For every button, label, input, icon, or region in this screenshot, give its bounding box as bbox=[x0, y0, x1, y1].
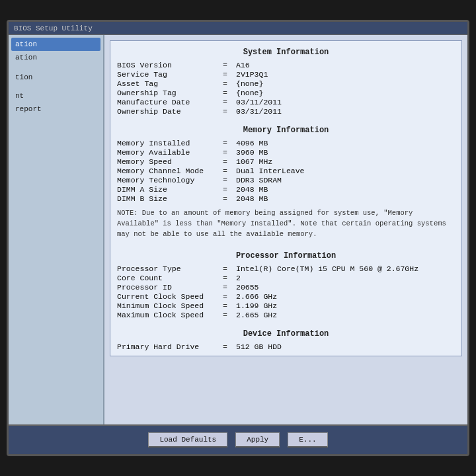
table-row: DIMM A Size= 2048 MB bbox=[117, 185, 455, 194]
bottom-bar: Load Defaults Apply E... bbox=[9, 424, 467, 454]
info-label: Asset Tag bbox=[117, 79, 223, 88]
content-area: System Information BIOS Version= A16Serv… bbox=[104, 35, 467, 424]
memory-info-header: Memory Information bbox=[117, 126, 455, 135]
sidebar-item-information1[interactable]: ation bbox=[11, 38, 100, 51]
info-value: 1.199 GHz bbox=[236, 301, 455, 310]
info-equals: = bbox=[223, 148, 236, 157]
info-label: Core Count bbox=[117, 274, 223, 282]
info-label: Minimum Clock Speed bbox=[117, 301, 223, 310]
info-equals: = bbox=[223, 70, 236, 79]
table-row: Maximum Clock Speed= 2.665 GHz bbox=[117, 311, 455, 319]
info-value: Intel(R) Core(TM) i5 CPU M 560 @ 2.67GHz bbox=[236, 264, 455, 273]
info-label: Memory Technology bbox=[117, 176, 223, 184]
table-row: Memory Available= 3960 MB bbox=[117, 148, 455, 157]
info-value: 20655 bbox=[236, 283, 455, 292]
exit-button[interactable]: E... bbox=[288, 432, 327, 448]
info-value: 2 bbox=[236, 274, 455, 282]
info-equals: = bbox=[223, 89, 236, 97]
info-value: Dual InterLeave bbox=[236, 167, 455, 175]
info-label: Processor ID bbox=[117, 283, 223, 292]
table-row: DIMM B Size= 2048 MB bbox=[117, 194, 455, 203]
device-info-header: Device Information bbox=[117, 329, 455, 338]
info-value: {none} bbox=[236, 79, 455, 88]
table-row: Memory Technology= DDR3 SDRAM bbox=[117, 176, 455, 184]
info-value: 4096 MB bbox=[236, 139, 455, 147]
device-info-fields: Primary Hard Drive= 512 GB HDD bbox=[117, 342, 455, 351]
info-value: 1067 MHz bbox=[236, 157, 455, 166]
table-row: Memory Speed= 1067 MHz bbox=[117, 157, 455, 166]
info-equals: = bbox=[223, 61, 236, 69]
info-label: Service Tag bbox=[117, 70, 223, 79]
info-equals: = bbox=[223, 176, 236, 184]
title-bar: BIOS Setup Utility bbox=[9, 22, 467, 35]
info-equals: = bbox=[223, 301, 236, 310]
info-equals: = bbox=[223, 342, 236, 351]
info-value: 2V1P3Q1 bbox=[236, 70, 455, 79]
sidebar-section: nt report bbox=[11, 89, 100, 116]
info-value: 2048 MB bbox=[236, 194, 455, 203]
info-equals: = bbox=[223, 79, 236, 88]
memory-note: NOTE: Due to an amount of memory being a… bbox=[117, 208, 455, 239]
table-row: Ownership Date= 03/31/2011 bbox=[117, 107, 455, 116]
info-label: DIMM A Size bbox=[117, 185, 223, 194]
info-equals: = bbox=[223, 292, 236, 301]
table-row: BIOS Version= A16 bbox=[117, 61, 455, 69]
info-equals: = bbox=[223, 194, 236, 203]
load-defaults-button[interactable]: Load Defaults bbox=[148, 432, 227, 448]
apply-button[interactable]: Apply bbox=[235, 432, 280, 448]
table-row: Memory Channel Mode= Dual InterLeave bbox=[117, 167, 455, 175]
bios-screen: BIOS Setup Utility ation ation tion nt r… bbox=[7, 20, 469, 456]
table-row: Processor ID= 20655 bbox=[117, 283, 455, 292]
info-label: Current Clock Speed bbox=[117, 292, 223, 301]
info-value: {none} bbox=[236, 89, 455, 97]
info-value: DDR3 SDRAM bbox=[236, 176, 455, 184]
sidebar-item-nt[interactable]: nt bbox=[11, 89, 100, 102]
table-row: Core Count= 2 bbox=[117, 274, 455, 282]
info-label: Maximum Clock Speed bbox=[117, 311, 223, 319]
title-bar-text: BIOS Setup Utility bbox=[14, 24, 93, 32]
info-equals: = bbox=[223, 264, 236, 273]
processor-info-fields: Processor Type= Intel(R) Core(TM) i5 CPU… bbox=[117, 264, 455, 319]
system-info-panel: System Information BIOS Version= A16Serv… bbox=[110, 40, 462, 356]
info-equals: = bbox=[223, 283, 236, 292]
info-value: 2.665 GHz bbox=[236, 311, 455, 319]
main-area: ation ation tion nt report System Inform… bbox=[9, 35, 467, 424]
sidebar: ation ation tion nt report bbox=[9, 35, 104, 424]
info-equals: = bbox=[223, 107, 236, 116]
table-row: Ownership Tag= {none} bbox=[117, 89, 455, 97]
table-row: Service Tag= 2V1P3Q1 bbox=[117, 70, 455, 79]
info-label: DIMM B Size bbox=[117, 194, 223, 203]
info-equals: = bbox=[223, 139, 236, 147]
sidebar-item-information2[interactable]: ation bbox=[11, 51, 100, 64]
info-label: Memory Available bbox=[117, 148, 223, 157]
info-equals: = bbox=[223, 274, 236, 282]
info-label: BIOS Version bbox=[117, 61, 223, 69]
info-equals: = bbox=[223, 167, 236, 175]
table-row: Asset Tag= {none} bbox=[117, 79, 455, 88]
info-value: 2048 MB bbox=[236, 185, 455, 194]
info-label: Memory Channel Mode bbox=[117, 167, 223, 175]
info-label: Ownership Date bbox=[117, 107, 223, 116]
info-label: Processor Type bbox=[117, 264, 223, 273]
info-label: Primary Hard Drive bbox=[117, 342, 223, 351]
info-equals: = bbox=[223, 185, 236, 194]
info-value: 2.666 GHz bbox=[236, 292, 455, 301]
info-value: 512 GB HDD bbox=[236, 342, 455, 351]
sidebar-item-report[interactable]: report bbox=[11, 102, 100, 116]
info-label: Memory Installed bbox=[117, 139, 223, 147]
system-info-header: System Information bbox=[117, 48, 455, 57]
table-row: Minimum Clock Speed= 1.199 GHz bbox=[117, 301, 455, 310]
memory-info-fields: Memory Installed= 4096 MBMemory Availabl… bbox=[117, 139, 455, 203]
table-row: Primary Hard Drive= 512 GB HDD bbox=[117, 342, 455, 351]
sidebar-item-information3[interactable]: tion bbox=[11, 71, 100, 84]
table-row: Manufacture Date= 03/11/2011 bbox=[117, 98, 455, 106]
info-equals: = bbox=[223, 98, 236, 106]
table-row: Processor Type= Intel(R) Core(TM) i5 CPU… bbox=[117, 264, 455, 273]
info-label: Ownership Tag bbox=[117, 89, 223, 97]
info-value: A16 bbox=[236, 61, 455, 69]
info-label: Memory Speed bbox=[117, 157, 223, 166]
info-label: Manufacture Date bbox=[117, 98, 223, 106]
info-equals: = bbox=[223, 157, 236, 166]
info-value: 3960 MB bbox=[236, 148, 455, 157]
info-value: 03/31/2011 bbox=[236, 107, 455, 116]
